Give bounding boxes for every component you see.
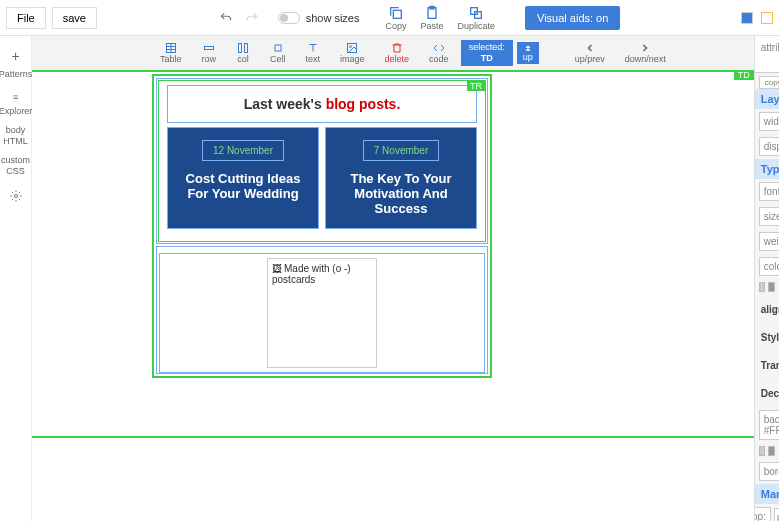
- preset-swatch[interactable]: [768, 446, 775, 456]
- save-button[interactable]: save: [52, 7, 97, 29]
- svg-rect-7: [204, 47, 213, 50]
- decoration-label: Decoration: [761, 388, 779, 399]
- size-input[interactable]: size: [759, 207, 779, 226]
- email-table[interactable]: TR Last week's blog posts. 12 November C…: [152, 74, 492, 378]
- border-input[interactable]: border: [759, 462, 779, 481]
- card-title: Cost Cutting Ideas For Your Wedding: [176, 171, 310, 201]
- preset-swatch[interactable]: [759, 282, 766, 292]
- typography-section: Typography: [755, 159, 779, 179]
- settings-icon[interactable]: [8, 186, 24, 209]
- font-input[interactable]: font:: [759, 182, 779, 201]
- card-date: 12 November: [202, 140, 284, 161]
- svg-rect-10: [275, 45, 281, 51]
- show-sizes-toggle[interactable]: [278, 12, 300, 24]
- selected-indicator: selected:TD: [461, 40, 513, 66]
- blog-card[interactable]: 7 November The Key To Your Motivation An…: [325, 127, 477, 229]
- svg-point-12: [350, 46, 352, 48]
- header-cell[interactable]: Last week's blog posts.: [167, 85, 477, 123]
- down-next-button[interactable]: down/next: [617, 40, 674, 66]
- card-title: The Key To Your Motivation And Success: [334, 171, 468, 216]
- margin-section: Margin: [755, 484, 779, 504]
- patterns-button[interactable]: +Patterns: [0, 40, 34, 84]
- background-input[interactable]: background #FFFFFF: [759, 410, 779, 440]
- copy-css-button[interactable]: copy: [759, 76, 779, 89]
- tr-marker: TR: [467, 81, 485, 91]
- col-button[interactable]: col: [228, 40, 258, 66]
- table-button[interactable]: Table: [152, 40, 190, 66]
- show-sizes-label: show sizes: [306, 12, 360, 24]
- color-input[interactable]: color: [759, 257, 779, 276]
- width-input[interactable]: width:: [759, 112, 779, 131]
- card-date: 7 November: [363, 140, 439, 161]
- margin-top-unit[interactable]: px: [774, 508, 779, 522]
- row-button[interactable]: row: [194, 40, 225, 66]
- tab-attributes[interactable]: attributes: [755, 36, 779, 72]
- cell-button[interactable]: Cell: [262, 40, 294, 66]
- custom-css-button[interactable]: custom CSS: [0, 151, 32, 181]
- svg-rect-8: [239, 44, 242, 53]
- svg-point-5: [14, 195, 17, 198]
- copy-button[interactable]: Copy: [381, 5, 410, 31]
- transform-label: Transform: [761, 360, 779, 371]
- visual-aids-toggle[interactable]: Visual aids: on: [525, 6, 620, 30]
- body-html-button[interactable]: body HTML: [0, 121, 31, 151]
- duplicate-button[interactable]: Duplicate: [453, 5, 499, 31]
- style-label: Style: [761, 332, 779, 343]
- paste-button[interactable]: Paste: [416, 5, 447, 31]
- td-selection-marker: TD: [734, 70, 754, 80]
- margin-top-input[interactable]: top:: [754, 507, 771, 521]
- text-button[interactable]: text: [298, 40, 329, 66]
- svg-rect-0: [393, 10, 401, 18]
- align-label: align: [761, 304, 779, 315]
- code-button[interactable]: code: [421, 40, 457, 66]
- svg-rect-9: [245, 44, 248, 53]
- placeholder-image[interactable]: Made with (o -) postcards: [267, 258, 377, 368]
- layout-section: Layout: [755, 89, 779, 109]
- weight-select[interactable]: weight: [759, 232, 779, 251]
- file-button[interactable]: File: [6, 7, 46, 29]
- undo-icon[interactable]: [216, 8, 236, 28]
- color-swatch-yellow[interactable]: [761, 12, 773, 24]
- preset-swatch[interactable]: [768, 282, 775, 292]
- redo-icon[interactable]: [242, 8, 262, 28]
- image-button[interactable]: image: [332, 40, 373, 66]
- color-swatch-blue[interactable]: [741, 12, 753, 24]
- up-prev-button[interactable]: up/prev: [567, 40, 613, 66]
- blog-card[interactable]: 12 November Cost Cutting Ideas For Your …: [167, 127, 319, 229]
- explorer-button[interactable]: ≡Explorer: [0, 84, 34, 122]
- delete-button[interactable]: delete: [377, 40, 418, 66]
- footer-cell[interactable]: Made with (o -) postcards: [159, 253, 485, 373]
- preset-swatch[interactable]: [759, 446, 766, 456]
- display-input[interactable]: display:: [759, 137, 779, 156]
- up-button[interactable]: up: [517, 42, 539, 64]
